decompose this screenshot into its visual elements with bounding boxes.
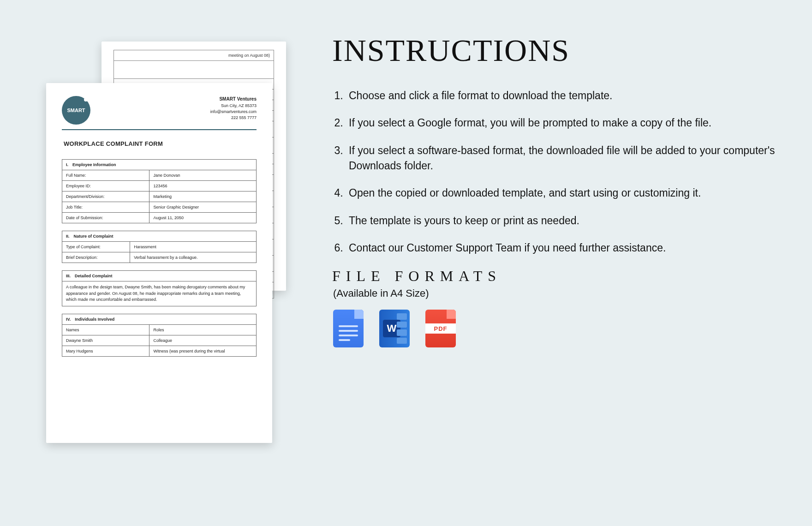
instruction-step: If you select a Google format, you will … (346, 115, 775, 131)
format-ms-word-button[interactable]: W (379, 310, 410, 347)
available-size-label: (Available in A4 Size) (333, 287, 775, 299)
instruction-step: If you select a software-based format, t… (346, 143, 775, 174)
instructions-heading: INSTRUCTIONS (332, 32, 775, 69)
section-individuals-involved: IV. Individuals Involved NamesRoles Dway… (62, 314, 257, 357)
format-pdf-button[interactable]: PDF (425, 310, 456, 347)
section-nature-of-complaint: II. Nature of Complaint Type of Complain… (62, 231, 257, 263)
instructions-list: Choose and click a file format to downlo… (332, 88, 775, 256)
instruction-step: Contact our Customer Support Team if you… (346, 240, 775, 256)
instruction-step: The template is yours to keep or print a… (346, 213, 775, 228)
header-divider (62, 129, 257, 130)
file-format-buttons: W PDF (333, 310, 775, 347)
file-formats-heading: FILE FORMATS (332, 268, 775, 285)
form-title: WORKPLACE COMPLAINT FORM (64, 140, 257, 147)
page-fold-icon (447, 310, 456, 319)
word-panes-icon (397, 313, 407, 344)
instruction-step: Choose and click a file format to downlo… (346, 88, 775, 103)
instruction-step: Open the copied or downloaded template, … (346, 185, 775, 201)
company-contact: SMART Ventures Sun City, AZ 85373 info@s… (210, 96, 257, 121)
section-employee-information: I. Employee Information Full Name:Jane D… (62, 159, 257, 223)
page2-fragment: meeting on August 08) (113, 50, 274, 61)
gdoc-lines-icon (339, 325, 358, 341)
preview-page-1: SMART SMART Ventures Sun City, AZ 85373 … (46, 83, 272, 443)
company-logo: SMART (62, 96, 90, 125)
pdf-label: PDF (425, 323, 456, 334)
template-preview: meeting on August 08) y witness ), m nsu… (42, 37, 328, 489)
page-fold-icon (354, 310, 364, 319)
format-google-docs-button[interactable] (333, 310, 364, 347)
section-detailed-complaint: III. Detailed Complaint A colleague in t… (62, 270, 257, 306)
